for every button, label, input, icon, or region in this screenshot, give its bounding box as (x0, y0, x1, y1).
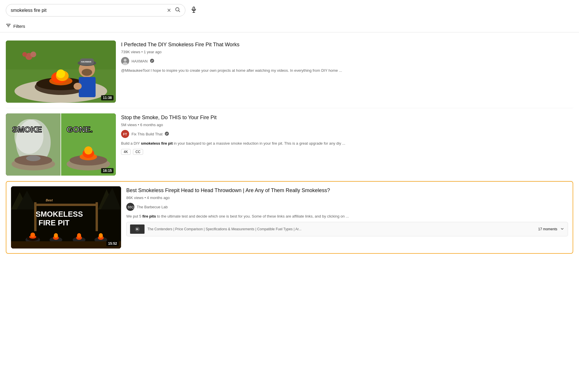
moments-text: The Contenders | Price Comparison | Spec… (147, 227, 535, 231)
duration-badge-1: 11:38 (101, 95, 114, 100)
channel-avatar-1 (121, 57, 129, 65)
channel-avatar-2: FT (121, 130, 129, 138)
svg-point-30 (74, 83, 82, 90)
channel-row-3[interactable]: BBQ The Barbecue Lab (126, 203, 568, 211)
svg-point-76 (99, 233, 103, 238)
tag-cc: CC (133, 149, 143, 155)
svg-point-67 (30, 233, 35, 237)
channel-avatar-3: BBQ (126, 203, 134, 211)
svg-rect-60 (96, 202, 98, 231)
duration-badge-2: 16:15 (101, 168, 114, 173)
thumbnail-1[interactable]: HAXMAN 11:38 (6, 41, 116, 103)
svg-rect-77 (11, 241, 121, 249)
verified-icon-2 (165, 132, 169, 137)
svg-point-42 (26, 155, 41, 161)
chevron-down-icon[interactable] (560, 227, 564, 232)
search-input[interactable] (11, 8, 167, 13)
video-info-2: Stop the Smoke, Do THIS to Your Fire Pit… (121, 113, 573, 176)
result-item[interactable]: HAXMAN 11:38 I Perfected The DIY Smokele… (6, 35, 573, 108)
mic-button[interactable] (191, 6, 197, 14)
svg-point-70 (54, 233, 58, 238)
svg-text:FIRE PIT: FIRE PIT (39, 218, 70, 227)
filters-row: Filters (0, 21, 579, 32)
video-description-1: @MilwaukeeTool I hope to inspire you to … (121, 68, 573, 73)
filters-label[interactable]: Filters (13, 24, 25, 29)
channel-name-1: HAXMAN (131, 59, 148, 63)
svg-text:BBQ: BBQ (128, 206, 134, 209)
filters-icon (6, 23, 11, 29)
svg-point-73 (77, 233, 81, 238)
tag-4k: 4K (121, 149, 131, 155)
svg-point-37 (14, 119, 43, 154)
svg-rect-58 (34, 204, 98, 206)
thumbnail-2[interactable]: SMOKE GONE. 16:15 (6, 113, 116, 176)
svg-text:GONE.: GONE. (67, 125, 93, 134)
channel-row-1[interactable]: HAXMAN (121, 57, 573, 65)
search-button[interactable] (175, 7, 180, 14)
results-list: HAXMAN 11:38 I Perfected The DIY Smokele… (0, 32, 579, 257)
svg-text:Best: Best (46, 198, 53, 202)
video-meta-1: 739K views • 1 year ago (121, 50, 573, 54)
verified-icon-1 (150, 59, 154, 64)
svg-text:HAXMAN: HAXMAN (81, 60, 91, 63)
svg-point-47 (84, 146, 92, 154)
video-description-3: We put 5 fire pits to the ultimate test … (126, 214, 568, 219)
channel-row-2[interactable]: FT Fix This Build That (121, 130, 573, 138)
svg-rect-2 (193, 7, 195, 10)
tags-row-2: 4K CC (121, 149, 573, 155)
video-description-2: Build a DIY smokeless fire pit in your b… (121, 141, 573, 146)
video-info-1: I Perfected The DIY Smokeless Fire Pit T… (121, 41, 573, 103)
svg-point-28 (82, 69, 92, 76)
search-input-wrapper: ✕ (6, 4, 185, 16)
svg-point-19 (56, 69, 65, 78)
svg-line-1 (179, 11, 180, 12)
video-meta-2: 5M views • 6 months ago (121, 123, 573, 127)
duration-badge-3: 15:52 (106, 241, 119, 246)
result-item-2[interactable]: SMOKE GONE. 16:15 Stop the Smoke, Do THI… (6, 108, 573, 181)
svg-point-32 (124, 59, 127, 62)
result-item-3[interactable]: Best SMOKELESS FIRE PIT (6, 181, 573, 254)
video-title-1: I Perfected The DIY Smokeless Fire Pit T… (121, 41, 573, 48)
video-title-2: Stop the Smoke, Do THIS to Your Fire Pit (121, 114, 573, 121)
svg-text:FT: FT (123, 132, 127, 136)
svg-text:SMOKE: SMOKE (12, 125, 42, 134)
clear-icon[interactable]: ✕ (167, 7, 171, 14)
svg-rect-23 (6, 41, 116, 69)
channel-name-2: Fix This Build That (131, 132, 162, 136)
channel-name-3: The Barbecue Lab (137, 205, 168, 209)
search-bar: ✕ (0, 0, 579, 21)
video-info-3: Best Smokeless Firepit Head to Head Thro… (126, 186, 568, 249)
svg-text:SMOKELESS: SMOKELESS (36, 210, 83, 218)
moments-thumbnail (130, 224, 145, 234)
video-title-3: Best Smokeless Firepit Head to Head Thro… (126, 187, 568, 194)
moments-bar[interactable]: The Contenders | Price Comparison | Spec… (126, 222, 568, 236)
thumbnail-3[interactable]: Best SMOKELESS FIRE PIT (11, 186, 121, 249)
moments-count: 17 moments (538, 227, 557, 231)
video-meta-3: 86K views • 4 months ago (126, 196, 568, 200)
